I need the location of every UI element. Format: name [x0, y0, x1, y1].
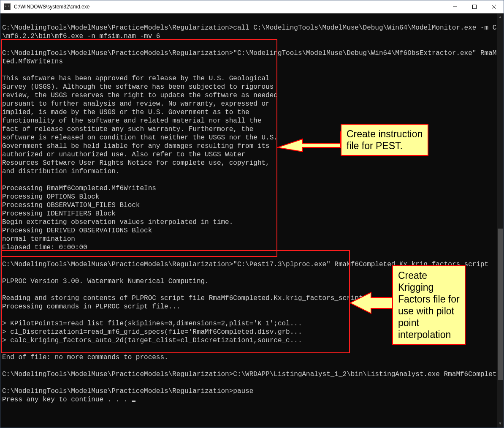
console-line: software is released on condition that n… — [2, 134, 278, 142]
console-line: PLPROC Version 3.00. Watermark Numerical… — [2, 278, 209, 285]
console-line: C:\ModelingTools\ModelMuse\PracticeModel… — [2, 261, 488, 268]
cmd-window: C:\WINDOWS\system32\cmd.exe C:\ModelingT… — [0, 0, 504, 428]
close-button[interactable] — [484, 0, 504, 13]
console-line: C:\ModelingTools\ModelMuse\PracticeModel… — [2, 49, 504, 57]
console-line: > cl_Discretization1=read_mf6_grid_specs… — [2, 328, 302, 336]
console-content: C:\ModelingTools\ModelMuse\PracticeModel… — [0, 14, 497, 414]
console-line: pursuant to further analysis and review.… — [2, 100, 270, 108]
console-line: Elapsed time: 0:00:00 — [2, 244, 87, 251]
scrollbar-down-icon[interactable]: ▼ — [497, 420, 504, 428]
console-line: Government shall be held liable for any … — [2, 142, 270, 150]
console-line: authorized or unauthorized use. Also ref… — [2, 151, 245, 158]
console-line: Processing OBSERVATION_FILES Block — [2, 202, 140, 209]
console-line: normal termination — [2, 235, 75, 243]
console-line: \mf6.2.2\bin\mf6.exe -n mfsim.nam -mv 6 — [2, 33, 160, 40]
console-line: > calc_kriging_factors_auto_2d(target_cl… — [2, 337, 302, 344]
console-line: functionality of the software and relate… — [2, 117, 262, 125]
console-line: Processing RmaMf6Completed.Mf6WriteIns — [2, 185, 156, 192]
console-area[interactable]: C:\ModelingTools\ModelMuse\PracticeModel… — [0, 13, 504, 428]
console-line: fact of release constitute any such warr… — [2, 125, 253, 133]
window-controls — [445, 0, 504, 13]
console-line: C:\ModelingTools\ModelMuse\PracticeModel… — [2, 387, 253, 395]
console-line: Begin extracting observation values inte… — [2, 218, 233, 226]
console-line: C:\ModelingTools\ModelMuse\PracticeModel… — [2, 371, 504, 378]
console-line: implied, is made by the USGS or the U.S.… — [2, 109, 249, 116]
scrollbar-up-icon[interactable]: ▲ — [497, 14, 504, 21]
scrollbar[interactable]: ▲ ▼ — [497, 14, 504, 428]
window-title: C:\WINDOWS\system32\cmd.exe — [14, 4, 445, 10]
console-line: Processing IDENTIFIERS Block — [2, 210, 116, 218]
console-line: Resources Software User Rights Notice fo… — [2, 159, 270, 167]
console-line: Press any key to continue . . . — [2, 396, 132, 403]
svg-rect-1 — [473, 5, 477, 9]
minimize-button[interactable] — [445, 0, 465, 13]
console-line: Processing commands in PLPROC script fil… — [2, 303, 180, 311]
console-line: ted.Mf6WriteIns — [2, 58, 63, 65]
console-line: Processing OPTIONS Block — [2, 193, 99, 201]
console-line: Survey (USGS). Although the software has… — [2, 83, 274, 91]
cmd-icon — [4, 3, 11, 10]
maximize-button[interactable] — [465, 0, 484, 13]
console-line: Processing DERIVED_OBSERVATIONS Block — [2, 227, 152, 234]
console-line: Reading and storing contents of PLPROC s… — [2, 294, 375, 302]
console-line: C:\ModelingTools\ModelMuse\PracticeModel… — [2, 24, 504, 32]
console-line: This software has been approved for rele… — [2, 75, 270, 82]
scrollbar-track[interactable] — [497, 21, 504, 420]
console-line: review, the USGS reserves the right to u… — [2, 92, 278, 99]
console-line: End of file: no more commands to process… — [2, 354, 168, 361]
console-line: and distribution information. — [2, 168, 119, 175]
text-cursor — [132, 401, 135, 402]
console-line: > KPilotPoints1=read_list_file(skiplines… — [2, 320, 302, 327]
scrollbar-thumb[interactable] — [498, 229, 503, 380]
titlebar: C:\WINDOWS\system32\cmd.exe — [0, 0, 504, 13]
